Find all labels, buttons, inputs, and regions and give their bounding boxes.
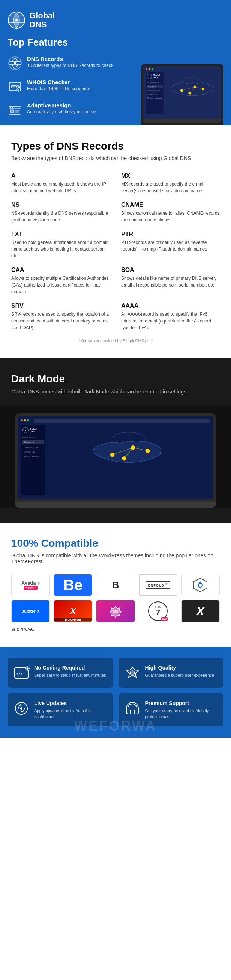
woodmart-icon [109, 605, 122, 618]
svg-rect-17 [10, 110, 14, 113]
svg-point-35 [199, 584, 202, 587]
dns-type-soa: SOA [121, 267, 220, 274]
compatible-title: 100% Compatible [11, 538, 220, 549]
dns-record-cname: CNAME Shows canonical name for alias. CN… [121, 202, 220, 223]
theme-avada: Avada ÷ ♥ 550k+ [11, 574, 50, 596]
info-source: Information provided by SimpleDNS.plus [11, 339, 220, 343]
feature-text-adaptive: Adaptive Design Automatically matches yo… [27, 102, 96, 115]
feature-text-dns: DNS Records 10 different types of DNS Re… [27, 56, 113, 68]
divi-icon [193, 578, 208, 592]
dns-types-section: Types of DNS Records Below are the types… [0, 125, 231, 358]
svg-text:</>: </> [16, 672, 23, 676]
card-title-premium-support: Premium Support [145, 700, 218, 706]
theme-bridge: B [96, 574, 135, 596]
theme-enfold: ENFOLD ® [139, 574, 177, 596]
card-text-live-updates: Live Updates Apply updates directly from… [34, 700, 107, 720]
dns-record-mx: MX MX-records are used to specify the e-… [121, 172, 220, 194]
svg-point-22 [202, 88, 204, 90]
feature-title-dns: DNS Records [27, 56, 113, 62]
svg-rect-19 [15, 111, 19, 113]
feature-title-whois: WHOIS Checker [27, 79, 92, 85]
behance-text: Be [63, 577, 82, 593]
dns-type-ptr: PTR [121, 231, 220, 237]
dns-type-cname: CNAME [121, 202, 220, 208]
laptop-screen: GlobalDNS Panel Settings Singapore Delaw… [143, 66, 221, 119]
dns-record-srv: SRV SRV-records are used to specify the … [11, 302, 110, 331]
dns-record-aaaa: AAAA An AAAA-record is used to specify t… [121, 302, 220, 331]
dns-records-grid: A Most basic and commonly used, it shows… [11, 172, 220, 331]
compatible-section: 100% Compatible Global DNS is compatible… [0, 523, 231, 647]
svg-point-28 [110, 453, 115, 457]
card-title-live-updates: Live Updates [34, 700, 107, 706]
card-no-coding: </> No Coding Required Super easy to set… [8, 658, 113, 688]
dark-laptop-container: ● GlobalDNS Panel Settings Singapore Del… [0, 406, 231, 508]
svg-line-24 [182, 87, 195, 91]
card-title-high-quality: High Quality [145, 665, 215, 671]
svg-point-8 [14, 62, 16, 64]
dns-desc-ptr: PTR-records are primarily used as 'rever… [121, 239, 220, 253]
dark-mode-subtitle: Global DNS comes with inbuilt Dark Mode … [11, 389, 220, 395]
themes-grid: Avada ÷ ♥ 550k+ Be B ENFOLD ® [11, 574, 220, 622]
logo-line1: Global [29, 11, 55, 20]
svg-line-25 [195, 87, 203, 89]
dns-type-aaaa: AAAA [121, 302, 220, 309]
svg-rect-36 [113, 610, 118, 613]
dark-mode-title: Dark Mode [11, 373, 220, 385]
dns-desc-aaaa: An AAAA-record is used to specify the IP… [121, 311, 220, 331]
feature-text-whois: WHOIS Checker More than 1400 TLDs suppor… [27, 79, 92, 91]
no-coding-icon: </> [13, 665, 30, 681]
dns-record-ptr: PTR PTR-records are primarily used as 'r… [121, 231, 220, 259]
dns-types-title: Types of DNS Records [11, 140, 220, 152]
dns-desc-caa: Allows to specify multiple Certification… [11, 275, 110, 295]
theme-divi [181, 574, 220, 596]
xtheme-text: X [196, 605, 204, 618]
dns-record-soa: SOA Shows details like name of primary D… [121, 267, 220, 295]
dns-record-txt: TXT Used to hold general information abo… [11, 231, 110, 259]
dns-desc-mx: MX-records are used to specify the e-mai… [121, 181, 220, 194]
svg-rect-18 [15, 110, 20, 111]
and-more: and more... [11, 626, 220, 632]
svg-line-26 [190, 87, 195, 93]
feature-item-dns: DNS Records 10 different types of DNS Re… [8, 56, 137, 71]
dns-types-subtitle: Below are the types of DNS records which… [11, 155, 220, 161]
dns-type-a: A [11, 172, 110, 179]
dns-desc-soa: Shows details like name of primary DNS s… [121, 275, 220, 288]
whois-icon: WWW ? [8, 79, 22, 94]
theme-jupiterx: Jupiter X [11, 600, 50, 622]
premium-support-icon [124, 700, 141, 717]
card-desc-high-quality: Guarantees a superb user experience [145, 673, 215, 678]
svg-point-46 [20, 707, 22, 710]
dns-desc-srv: SRV-records are used to specify the loca… [11, 311, 110, 331]
svg-point-44 [130, 671, 135, 675]
card-title-no-coding: No Coding Required [34, 665, 106, 671]
svg-point-21 [180, 89, 183, 92]
card-text-high-quality: High Quality Guarantees a superb user ex… [145, 665, 215, 678]
live-updates-icon [13, 700, 30, 717]
laptop-mock: GlobalDNS Panel Settings Singapore Delaw… [141, 64, 223, 125]
card-desc-live-updates: Apply updates directly from the dashboar… [34, 708, 107, 720]
card-live-updates: Live Updates Apply updates directly from… [8, 694, 113, 726]
card-text-premium-support: Premium Support Get your query resolved … [145, 700, 218, 720]
svg-text:?: ? [18, 88, 19, 91]
jupiterx-text: Jupiter X [22, 609, 39, 613]
theme-the7: THE 7 $39 [139, 600, 177, 622]
logo-icon [8, 11, 26, 29]
dark-mode-section: Dark Mode Global DNS comes with inbuilt … [0, 358, 231, 523]
avada-badge-count: 550k+ [28, 586, 36, 590]
feature-item-whois: WWW ? WHOIS Checker More than 1400 TLDs … [8, 79, 137, 94]
card-text-no-coding: No Coding Required Super easy to setup i… [34, 665, 106, 678]
dns-desc-a: Most basic and commonly used, it shows t… [11, 181, 110, 194]
dns-type-mx: MX [121, 172, 220, 179]
dns-type-srv: SRV [11, 302, 110, 309]
feature-cards-section: </> No Coding Required Super easy to set… [0, 647, 231, 738]
theme-x: X [181, 600, 220, 622]
enfold-text: ENFOLD ® [146, 581, 170, 589]
features-list: DNS Records 10 different types of DNS Re… [8, 56, 137, 125]
high-quality-icon [124, 665, 141, 681]
adaptive-icon [8, 102, 22, 117]
feature-title-adaptive: Adaptive Design [27, 102, 96, 108]
compatible-subtitle: Global DNS is compatible with all the Wo… [11, 552, 220, 565]
svg-point-15 [10, 107, 11, 108]
dns-icon [8, 56, 22, 71]
logo-area: Global DNS [8, 11, 223, 29]
